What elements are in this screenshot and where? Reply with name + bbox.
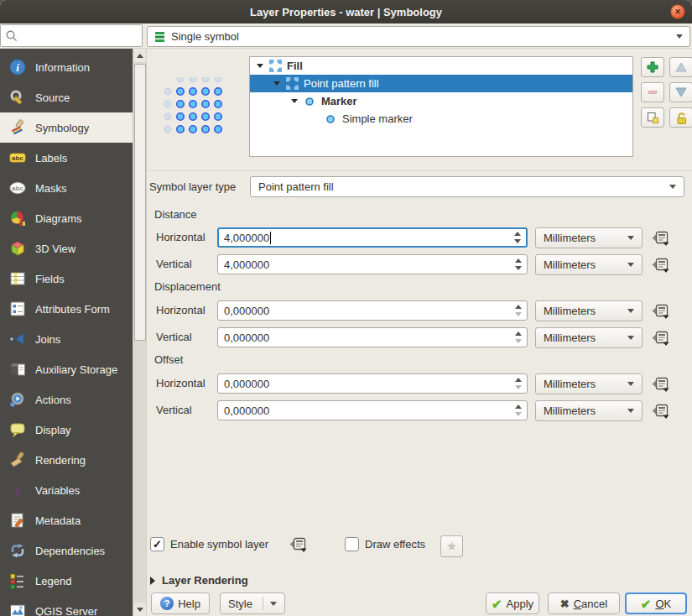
- tree-item-label: Point pattern fill: [304, 77, 379, 90]
- expander-icon[interactable]: [272, 81, 282, 86]
- enable-symbol-layer-checkbox[interactable]: ✓: [150, 537, 164, 551]
- arrow-up-icon: [137, 54, 143, 58]
- sidebar-item-3d-view[interactable]: 3D View: [0, 233, 133, 264]
- scrollbar-thumb[interactable]: [134, 64, 146, 341]
- sidebar-item-label: Labels: [35, 152, 67, 164]
- sidebar-item-dependencies[interactable]: Dependencies: [0, 535, 133, 566]
- displacement-horizontal-spinbox[interactable]: 0,000000: [217, 300, 528, 321]
- dependencies-icon: [8, 541, 27, 560]
- spinner-buttons[interactable]: [512, 301, 524, 320]
- tree-item-point-pattern-fill[interactable]: Point pattern fill: [250, 75, 632, 92]
- sidebar-item-masks[interactable]: abc Masks: [0, 173, 133, 203]
- sidebar-item-auxiliary-storage[interactable]: Auxiliary Storage: [0, 354, 133, 384]
- data-defined-override-button[interactable]: [650, 374, 672, 394]
- check-icon: ✔: [492, 598, 502, 610]
- offset-horizontal-spinbox[interactable]: 0,000000: [217, 373, 528, 394]
- data-defined-override-button[interactable]: [288, 535, 310, 555]
- sidebar-item-rendering[interactable]: Rendering: [0, 445, 133, 475]
- offset-horizontal-unit-combo[interactable]: Millimeters: [535, 373, 643, 394]
- cancel-button[interactable]: ✖ Cancel: [548, 593, 620, 614]
- sidebar-item-display[interactable]: Display: [0, 415, 133, 445]
- help-button-label: Help: [178, 598, 200, 610]
- lock-color-button[interactable]: [669, 107, 692, 128]
- titlebar: Layer Properties - water | Symbology ✕: [0, 0, 692, 23]
- sidebar-item-joins[interactable]: Joins: [0, 324, 133, 354]
- distance-horizontal-unit-combo[interactable]: Millimeters: [535, 227, 643, 248]
- spin-down-icon: [515, 339, 522, 343]
- sidebar-item-actions[interactable]: Actions: [0, 384, 133, 415]
- distance-vertical-unit-combo[interactable]: Millimeters: [535, 254, 643, 275]
- data-defined-override-button[interactable]: [650, 228, 672, 248]
- apply-button[interactable]: ✔ Apply: [486, 593, 539, 614]
- data-defined-override-icon: [651, 258, 671, 274]
- offset-vertical-spinbox[interactable]: 0,000000: [217, 400, 528, 420]
- chevron-down-icon: [676, 34, 683, 39]
- ok-button[interactable]: ✔ OK: [625, 593, 687, 614]
- tree-item-marker[interactable]: Marker: [250, 92, 632, 110]
- distance-vertical-spinbox[interactable]: 4,000000: [217, 254, 528, 274]
- symbol-layer-buttons: [641, 57, 692, 128]
- move-down-button[interactable]: [669, 82, 692, 102]
- displacement-vertical-spinbox[interactable]: 0,000000: [217, 327, 528, 347]
- remove-symbol-layer-button[interactable]: [641, 82, 664, 102]
- displacement-vertical-unit-combo[interactable]: Millimeters: [535, 327, 643, 348]
- sidebar-item-information[interactable]: i Information: [0, 52, 133, 82]
- symbol-layer-type-combo[interactable]: Point pattern fill: [250, 176, 684, 197]
- data-defined-override-button[interactable]: [650, 401, 672, 421]
- sidebar-scrollbar: [133, 49, 146, 616]
- sidebar-item-label: 3D View: [35, 243, 75, 255]
- spinner-buttons[interactable]: [512, 255, 524, 274]
- renderer-type-value: Single symbol: [171, 30, 239, 43]
- sidebar-item-fields[interactable]: Fields: [0, 264, 133, 294]
- sidebar-item-qgis-server[interactable]: QGIS Server: [0, 596, 133, 616]
- sidebar-item-label: Dependencies: [35, 545, 105, 557]
- help-button[interactable]: ? Help: [151, 593, 210, 614]
- spinner-buttons[interactable]: [512, 229, 523, 246]
- scrollbar-down-button[interactable]: [134, 603, 146, 616]
- expander-icon[interactable]: [289, 99, 299, 103]
- close-button[interactable]: ✕: [670, 4, 685, 19]
- expander-icon[interactable]: [255, 64, 265, 68]
- duplicate-symbol-layer-button[interactable]: [641, 107, 664, 128]
- sidebar-item-variables[interactable]: ε Variables: [0, 475, 133, 505]
- sidebar-item-label: Source: [35, 91, 70, 104]
- plus-icon: [646, 60, 659, 74]
- offset-vertical-unit-combo[interactable]: Millimeters: [535, 400, 643, 421]
- effects-options-button[interactable]: ★: [440, 535, 463, 557]
- sidebar-item-metadata[interactable]: Metadata: [0, 505, 133, 535]
- data-defined-override-button[interactable]: [650, 301, 672, 321]
- layer-rendering-section[interactable]: Layer Rendering: [150, 574, 248, 587]
- sidebar-item-labels[interactable]: abc Labels: [0, 143, 133, 173]
- sidebar-item-legend[interactable]: Legend: [0, 566, 133, 596]
- chevron-down-icon: [627, 409, 634, 413]
- spinner-buttons[interactable]: [512, 374, 524, 393]
- renderer-type-combo[interactable]: Single symbol: [147, 26, 690, 47]
- sidebar-item-source[interactable]: Source: [0, 82, 133, 112]
- sidebar-item-attributes-form[interactable]: Attributes Form: [0, 294, 133, 324]
- sidebar-item-label: Legend: [35, 575, 71, 587]
- move-up-button[interactable]: [669, 57, 692, 77]
- spin-up-icon: [515, 305, 522, 309]
- data-defined-override-button[interactable]: [650, 255, 672, 275]
- displacement-horizontal-unit-combo[interactable]: Millimeters: [535, 300, 643, 321]
- tree-item-fill[interactable]: Fill: [250, 57, 632, 75]
- single-symbol-icon: [154, 31, 166, 43]
- tree-item-simple-marker[interactable]: Simple marker: [250, 110, 632, 128]
- data-defined-override-button[interactable]: [650, 328, 672, 348]
- add-symbol-layer-button[interactable]: [641, 57, 664, 77]
- spinner-buttons[interactable]: [512, 328, 524, 347]
- sidebar-item-diagrams[interactable]: Diagrams: [0, 203, 133, 233]
- style-button[interactable]: Style: [220, 593, 285, 614]
- spinbox-value: 0,000000: [224, 331, 269, 344]
- sidebar-item-symbology[interactable]: Symbology: [0, 112, 133, 143]
- search-input[interactable]: [18, 29, 142, 42]
- apply-button-label: Apply: [507, 598, 534, 610]
- actions-icon: [8, 390, 27, 409]
- spinner-buttons[interactable]: [512, 401, 524, 420]
- sidebar-item-label: Masks: [35, 182, 67, 195]
- distance-horizontal-spinbox[interactable]: 4,000000: [217, 227, 528, 248]
- scrollbar-up-button[interactable]: [134, 49, 146, 62]
- cube-3d-icon: [8, 239, 27, 258]
- draw-effects-checkbox[interactable]: [345, 537, 359, 551]
- distance-horizontal-label: Horizontal: [156, 227, 206, 248]
